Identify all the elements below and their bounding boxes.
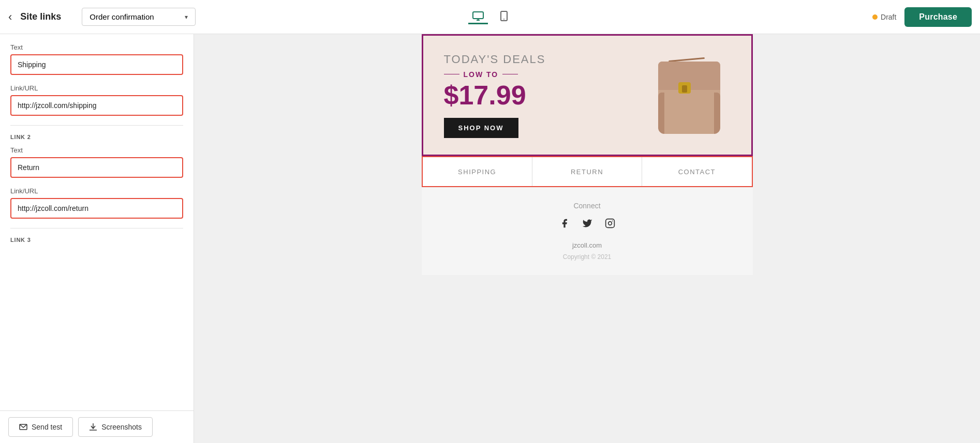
left-panel-content: Text Link/URL LINK 2 Text Link/URL LINK …: [0, 34, 194, 410]
link1-text-input[interactable]: [10, 54, 183, 75]
screenshots-button[interactable]: Screenshots: [78, 417, 153, 437]
link2-section-title: LINK 2: [10, 134, 183, 140]
site-links-nav[interactable]: SHIPPING RETURN CONTACT: [422, 156, 753, 187]
banner-today-deals: TODAY'S DEALS: [444, 53, 648, 66]
dropdown-label: Order confirmation: [90, 12, 154, 21]
footer-copyright: Copyright © 2021: [432, 253, 743, 261]
draft-label: Draft: [881, 13, 896, 21]
link2-url-input[interactable]: [10, 198, 183, 219]
template-dropdown[interactable]: Order confirmation ▾: [82, 8, 196, 26]
link1-url-group: Link/URL: [10, 84, 183, 116]
purchase-button[interactable]: Purchase: [904, 7, 972, 27]
bottom-bar: Send test Screenshots: [0, 410, 194, 443]
svg-point-9: [608, 222, 612, 225]
link1-url-label: Link/URL: [10, 84, 183, 92]
bag-illustration: [653, 51, 725, 139]
site-link-return[interactable]: RETURN: [532, 157, 642, 186]
banner-text: TODAY'S DEALS LOW TO $17.99 SHOP NOW: [444, 53, 648, 138]
banner-image: [648, 51, 731, 139]
link2-url-label: Link/URL: [10, 187, 183, 195]
view-switcher: [468, 9, 512, 25]
desktop-view-button[interactable]: [468, 9, 488, 24]
svg-rect-8: [605, 219, 614, 228]
draft-status: Draft: [872, 13, 896, 21]
site-link-shipping[interactable]: SHIPPING: [423, 157, 532, 186]
right-panel: TODAY'S DEALS LOW TO $17.99 SHOP NOW: [194, 34, 980, 443]
link2-text-input[interactable]: [10, 157, 183, 178]
link3-section-title: LINK 3: [10, 237, 183, 243]
divider2: [10, 228, 183, 228]
envelope-icon: [19, 423, 27, 431]
link2-text-group: Text: [10, 146, 183, 178]
site-link-contact[interactable]: CONTACT: [642, 157, 751, 186]
facebook-icon[interactable]: [559, 218, 570, 231]
back-button[interactable]: ‹: [8, 10, 12, 24]
social-icons-group: [432, 218, 743, 231]
chevron-down-icon: ▾: [185, 13, 188, 21]
link1-text-group: Text: [10, 43, 183, 75]
page-title: Site links: [20, 11, 61, 22]
mobile-view-button[interactable]: [496, 9, 512, 25]
footer-domain: jzcoll.com: [432, 241, 743, 249]
banner-section: TODAY'S DEALS LOW TO $17.99 SHOP NOW: [422, 34, 753, 156]
left-panel: Text Link/URL LINK 2 Text Link/URL LINK …: [0, 34, 194, 443]
banner-shop-now[interactable]: SHOP NOW: [444, 118, 518, 138]
header: ‹ Site links Order confirmation ▾ Draft …: [0, 0, 980, 34]
divider1: [10, 125, 183, 126]
footer-section: Connect jzcoll.com Copyright © 2021: [422, 187, 753, 275]
footer-connect-label: Connect: [432, 202, 743, 210]
screenshots-label: Screenshots: [101, 423, 142, 431]
link1-text-label: Text: [10, 43, 183, 51]
main-layout: Text Link/URL LINK 2 Text Link/URL LINK …: [0, 34, 980, 443]
send-test-label: Send test: [32, 423, 62, 431]
draft-dot-icon: [872, 14, 878, 20]
banner-price: $17.99: [444, 82, 648, 109]
header-right: Draft Purchase: [872, 7, 972, 27]
banner-low-to: LOW TO: [444, 70, 648, 79]
svg-point-10: [612, 221, 613, 222]
send-test-button[interactable]: Send test: [8, 417, 73, 437]
svg-rect-0: [473, 12, 483, 19]
link2-text-label: Text: [10, 146, 183, 154]
link1-url-input[interactable]: [10, 95, 183, 116]
download-icon: [89, 423, 97, 431]
instagram-icon[interactable]: [605, 218, 615, 231]
twitter-icon[interactable]: [582, 218, 592, 231]
email-preview: TODAY'S DEALS LOW TO $17.99 SHOP NOW: [422, 34, 753, 275]
svg-point-4: [503, 19, 504, 20]
link2-url-group: Link/URL: [10, 187, 183, 219]
